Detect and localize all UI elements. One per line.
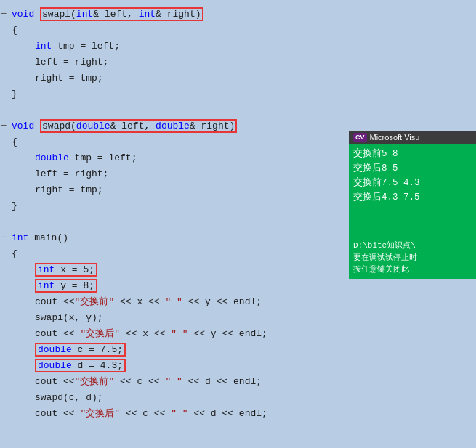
code-line-14: [0, 213, 385, 229]
code-line-24: cout <<"交换前" << c << " " << d << endl;: [0, 373, 385, 389]
line-content: swapi(x, y);: [9, 312, 103, 323]
code-line-17: int x = 5;: [0, 261, 385, 277]
line-content: }: [9, 89, 17, 99]
output-panel: CV Microsoft Visu 交换前5 8 交换后8 5 交换前7.5 4…: [349, 131, 476, 279]
line-content: int main(): [9, 232, 68, 243]
code-line-18: int y = 8;: [0, 277, 385, 293]
output-body: 交换前5 8 交换后8 5 交换前7.5 4.3 交换后4.3 7.5: [349, 144, 476, 238]
line-content: cout <<"交换前" << x << " " << y << endl;: [9, 295, 262, 308]
line-content: left = right;: [9, 57, 108, 68]
line-content: swapd(c, d);: [9, 392, 103, 403]
code-line-5: right = tmp;: [0, 70, 385, 86]
line-gutter: −: [0, 8, 9, 20]
line-content: cout << "交换后" << x << " " << y << endl;: [9, 327, 267, 340]
line-content: int x = 5;: [9, 264, 97, 275]
line-content: }: [9, 200, 17, 211]
code-line-23: double d = 4.3;: [0, 357, 385, 373]
footer-line-1: D:\bite知识点\: [353, 240, 472, 252]
code-line-11: left = right;: [0, 166, 385, 182]
code-line-13: }: [0, 197, 385, 213]
code-line-4: left = right;: [0, 54, 385, 70]
line-content: cout <<"交换前" << c << " " << d << endl;: [9, 375, 262, 388]
output-line-2: 交换后8 5: [353, 161, 472, 176]
line-content: void swapd(double& left, double& right): [9, 121, 237, 131]
code-line-21: cout << "交换后" << x << " " << y << endl;: [0, 325, 385, 341]
line-content: double tmp = left;: [9, 152, 137, 163]
line-content: int y = 8;: [9, 280, 97, 291]
line-content: right = tmp;: [9, 73, 103, 84]
line-content: double d = 4.3;: [9, 360, 126, 371]
line-content: int tmp = left;: [9, 41, 120, 52]
line-content: double c = 7.5;: [9, 344, 126, 355]
output-line-4: 交换后4.3 7.5: [353, 190, 472, 205]
output-line-1: 交换前5 8: [353, 147, 472, 161]
line-content: {: [9, 25, 17, 36]
code-line-10: double tmp = left;: [0, 150, 385, 166]
code-line-19: cout <<"交换前" << x << " " << y << endl;: [0, 293, 385, 309]
code-line-12: right = tmp;: [0, 182, 385, 197]
line-content: right = tmp;: [9, 184, 103, 195]
line-content: {: [9, 137, 17, 147]
code-line-15: −int main(): [0, 229, 385, 245]
output-footer: D:\bite知识点\ 要在调试试停止时 按任意键关闭此: [349, 238, 476, 279]
footer-line-2: 要在调试试停止时: [353, 252, 472, 264]
code-line-3: int tmp = left;: [0, 38, 385, 54]
line-content: {: [9, 248, 17, 259]
output-titlebar: CV Microsoft Visu: [349, 131, 476, 144]
vs-icon: CV: [353, 133, 367, 142]
code-line-22: double c = 7.5;: [0, 341, 385, 357]
code-line-1: −void swapi(int& left, int& right): [0, 6, 385, 22]
code-line-16: {: [0, 245, 385, 261]
code-line-20: swapi(x, y);: [0, 309, 385, 325]
code-line-9: {: [0, 134, 385, 150]
footer-line-3: 按任意键关闭此: [353, 264, 472, 276]
code-line-6: }: [0, 86, 385, 102]
output-line-3: 交换前7.5 4.3: [353, 176, 472, 190]
line-content: void swapi(int& left, int& right): [9, 9, 203, 20]
code-line-26: cout << "交换后" << c << " " << d << endl;: [0, 405, 385, 421]
line-gutter: −: [0, 232, 9, 243]
code-line-2: {: [0, 22, 385, 38]
line-gutter: −: [0, 120, 9, 131]
code-line-7: [0, 102, 385, 118]
code-line-25: swapd(c, d);: [0, 389, 385, 405]
code-line-8: −void swapd(double& left, double& right): [0, 118, 385, 134]
line-content: cout << "交换后" << c << " " << d << endl;: [9, 407, 267, 420]
line-content: left = right;: [9, 168, 108, 179]
code-editor: −void swapi(int& left, int& right){int t…: [0, 0, 385, 448]
output-title: Microsoft Visu: [370, 133, 420, 142]
